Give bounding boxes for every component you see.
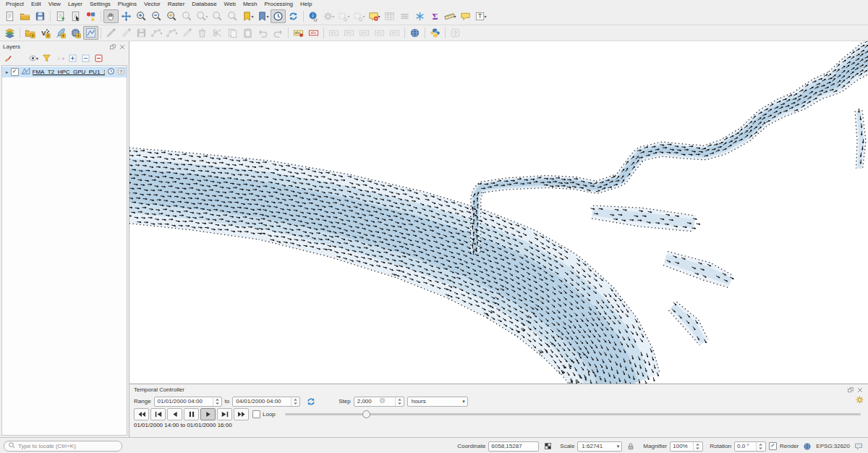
map-canvas[interactable] [129,41,868,384]
new-annotation-button[interactable]: ▾ [367,9,382,23]
vertex-tool-button[interactable]: ▾ [164,26,179,40]
add-delimited-text-button[interactable] [53,26,68,40]
zoom-to-selection-button[interactable] [179,9,195,23]
toggle-editing-button[interactable] [119,26,134,40]
loop-checkbox[interactable] [252,410,260,418]
layer-item-mesh[interactable]: ▸ FMA_T2_HPC_GPU_PU1_10 ? [2,67,127,77]
scale-select[interactable]: 1:62741▾ [577,441,622,452]
coordinate-input[interactable]: 6058,15287 [488,441,539,452]
zoom-in-button[interactable] [134,9,149,23]
label-pin-button[interactable]: abc [326,26,341,40]
extents-toggle-icon[interactable] [542,441,553,452]
zoom-last-button[interactable] [210,9,225,23]
layer-diagram-button[interactable]: abc [306,26,321,40]
temporal-controller-panel-button[interactable] [271,9,286,23]
step-back-button[interactable] [167,408,182,420]
layer-visibility-checkbox[interactable] [11,68,19,76]
skip-to-start-button[interactable] [150,408,166,420]
spinner-icon[interactable] [291,397,298,406]
current-edits-button[interactable] [103,26,119,40]
menu-raster[interactable]: Raster [164,0,189,8]
locator-search-input[interactable]: Type to locate (Ctrl+K) [4,441,122,452]
render-checkbox[interactable] [769,442,777,450]
data-source-manager-button[interactable] [2,26,17,40]
label-rotate-button[interactable]: abc [372,26,387,40]
collapse-all-button[interactable] [80,53,91,64]
menu-view[interactable]: View [45,0,64,8]
add-mesh-current-button[interactable] [83,26,98,40]
new-bookmark-button[interactable]: ▾ [240,9,255,23]
expand-arrow-icon[interactable]: ▸ [6,69,9,75]
new-print-layout-button[interactable] [53,9,68,23]
cut-features-button[interactable] [210,26,225,40]
label-show-hide-button[interactable]: abc [341,26,357,40]
menu-processing[interactable]: Processing [260,0,297,8]
magnifier-input[interactable]: 100% [670,441,703,452]
add-raster-layer-button[interactable]: V [38,26,53,40]
run-feature-action-button[interactable]: ▾ [321,9,336,23]
zoom-to-layer-button[interactable]: ▾ [195,9,210,23]
refresh-map-button[interactable] [286,9,301,23]
skip-to-end-button[interactable] [217,408,232,420]
pause-button[interactable] [184,408,199,420]
measure-button[interactable]: ▾ [443,9,458,23]
metasearch-button[interactable] [407,26,422,40]
menu-help[interactable]: Help [297,0,315,8]
add-group-button[interactable] [14,53,26,64]
show-bookmarks-button[interactable]: ▾ [255,9,271,23]
python-console-button[interactable] [427,26,443,40]
menu-database[interactable]: Database [188,0,220,8]
text-annotation-button[interactable]: T▾ [473,9,488,23]
menu-mesh[interactable]: Mesh [239,0,261,8]
zoom-out-button[interactable] [149,9,164,23]
statistical-summary-button[interactable]: Σ [427,9,443,23]
field-options-button[interactable] [397,9,412,23]
spinner-icon[interactable] [395,397,402,406]
add-mesh-layer-button[interactable] [68,26,83,40]
time-slider[interactable] [285,410,861,418]
spinner-icon[interactable] [756,442,763,451]
menu-layer[interactable]: Layer [64,0,86,8]
pan-to-selection-button[interactable] [119,9,134,23]
open-attribute-table-button[interactable] [382,9,397,23]
play-button[interactable] [200,408,216,420]
layer-labeling-button[interactable]: abc [291,26,306,40]
refresh-range-button[interactable] [303,394,318,408]
map-tips-button[interactable] [458,9,473,23]
messages-icon[interactable] [853,441,864,452]
filter-by-expression-button[interactable]: ε▾ [54,53,65,64]
help-contents-button[interactable]: ? [448,26,463,40]
open-layer-styling-button[interactable] [1,53,13,64]
clear-step-icon[interactable] [378,397,386,406]
expand-all-button[interactable] [67,53,78,64]
select-features-button[interactable]: ▾ [336,9,352,23]
add-vector-layer-button[interactable] [22,26,38,40]
undo-button[interactable] [255,26,271,40]
rotation-input[interactable]: 0.0 ° [734,441,766,452]
modify-attributes-button[interactable] [179,26,195,40]
style-manager-button[interactable] [83,9,98,23]
fast-forward-button[interactable] [234,408,249,420]
filter-legend-button[interactable] [41,53,52,64]
menu-settings[interactable]: Settings [86,0,114,8]
manage-map-themes-button[interactable]: ▾ [27,53,39,64]
remove-layer-button[interactable] [93,53,104,64]
step-input[interactable]: 2,000 [354,397,404,407]
spinner-icon[interactable] [693,442,700,451]
new-project-button[interactable] [2,9,17,23]
range-start-input[interactable]: 01/01/2000 04:00 [154,397,222,407]
redo-button[interactable] [271,26,286,40]
delete-selected-button[interactable] [195,26,210,40]
time-slider-handle[interactable] [362,410,370,418]
step-unit-select[interactable]: hours▾ [407,397,468,407]
layers-panel-float-button[interactable] [109,43,116,51]
add-feature-button[interactable]: ▾ [149,26,164,40]
processing-toolbox-button[interactable] [412,9,427,23]
menu-vector[interactable]: Vector [140,0,164,8]
spinner-icon[interactable] [213,397,220,406]
menu-web[interactable]: Web [221,0,239,8]
temporal-panel-float-button[interactable] [846,386,854,394]
zoom-next-button[interactable] [225,9,240,23]
layer-notes-icon[interactable]: ? [117,67,125,77]
layers-panel-close-button[interactable] [118,43,126,51]
